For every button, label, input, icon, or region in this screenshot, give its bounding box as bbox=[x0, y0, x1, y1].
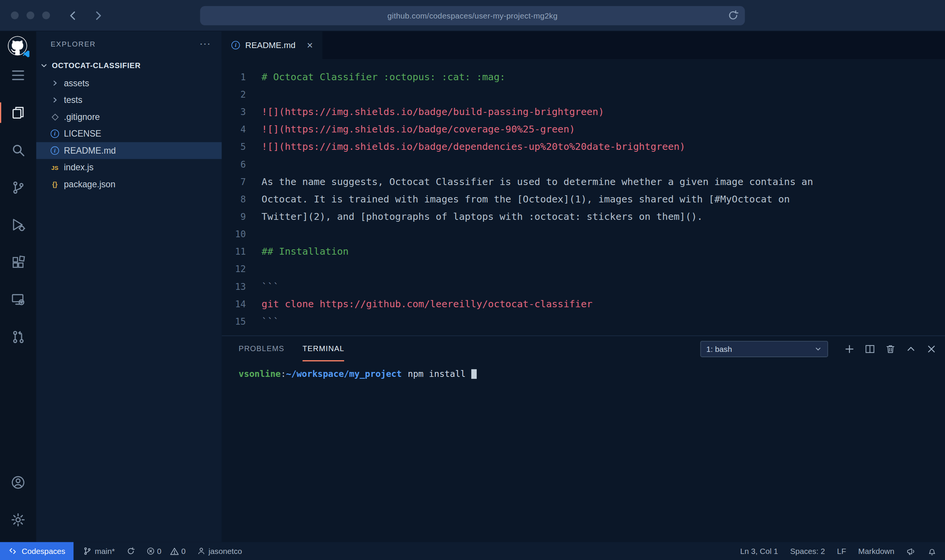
cursor-position[interactable]: Ln 3, Col 1 bbox=[740, 547, 778, 556]
line-text: ``` bbox=[262, 281, 279, 292]
branch-indicator[interactable]: main* bbox=[83, 547, 115, 556]
code-line: 11 ## Installation bbox=[222, 243, 945, 260]
file-row[interactable]: LICENSE bbox=[36, 125, 222, 142]
git-branch-icon bbox=[11, 180, 25, 194]
editor-region: README.md × 1 # Octocat Classifier :octo… bbox=[222, 31, 945, 542]
explorer-overflow-menu[interactable]: ··· bbox=[200, 41, 211, 47]
feedback-button[interactable] bbox=[906, 547, 915, 556]
kill-terminal-button[interactable] bbox=[885, 344, 895, 354]
extensions-icon bbox=[11, 255, 25, 269]
file-row[interactable]: index.js bbox=[36, 159, 222, 176]
close-panel-button[interactable] bbox=[926, 344, 937, 354]
js-file-icon bbox=[51, 163, 59, 172]
tab-readme[interactable]: README.md × bbox=[222, 31, 323, 59]
screenshot-root: github.com/codespaces/user-my-project-mg… bbox=[0, 0, 945, 560]
file-row[interactable]: .gitignore bbox=[36, 109, 222, 126]
maximize-panel-button[interactable] bbox=[906, 344, 916, 354]
file-name: index.js bbox=[64, 163, 94, 172]
sync-button[interactable] bbox=[126, 547, 135, 555]
terminal[interactable]: vsonline:~/workspace/my_projectnpm insta… bbox=[222, 361, 945, 542]
file-row[interactable]: README.md bbox=[36, 142, 222, 159]
panel-header: PROBLEMS TERMINAL 1: bash bbox=[222, 336, 945, 361]
sidebar-item-search[interactable] bbox=[0, 131, 36, 169]
language-mode[interactable]: Markdown bbox=[858, 547, 894, 556]
file-name: .gitignore bbox=[64, 112, 100, 121]
file-row[interactable]: assets bbox=[36, 75, 222, 92]
trash-icon bbox=[885, 344, 895, 354]
settings-button[interactable] bbox=[0, 501, 36, 538]
back-button[interactable] bbox=[67, 9, 79, 22]
split-terminal-button[interactable] bbox=[865, 344, 875, 354]
error-icon bbox=[146, 547, 154, 555]
line-number: 15 bbox=[222, 316, 246, 327]
zoom-window-button[interactable] bbox=[42, 11, 50, 19]
line-text: ``` bbox=[262, 316, 279, 327]
code-line: 4 ![](https://img.shields.io/badge/cover… bbox=[222, 120, 945, 138]
sidebar-item-explorer[interactable] bbox=[0, 94, 36, 131]
code-editor[interactable]: 1 # Octocat Classifier :octopus: :cat: :… bbox=[222, 59, 945, 336]
sidebar-item-extensions[interactable] bbox=[0, 243, 36, 281]
github-codespaces-logo[interactable] bbox=[8, 36, 28, 57]
terminal-path: ~/workspace/my_project bbox=[286, 369, 402, 379]
status-bar: Codespaces main* 0 0 jasonetco L bbox=[0, 542, 945, 560]
project-root-row[interactable]: OCTOCAT-CLASSIFIER bbox=[36, 57, 222, 75]
megaphone-icon bbox=[906, 547, 915, 556]
codespaces-label: Codespaces bbox=[22, 547, 65, 556]
url-bar[interactable]: github.com/codespaces/user-my-project-mg… bbox=[200, 6, 745, 25]
editor-tab-bar: README.md × bbox=[222, 31, 945, 59]
branch-name: main* bbox=[95, 547, 115, 556]
git-branch-icon bbox=[83, 547, 92, 555]
terminal-picker[interactable]: 1: bash bbox=[700, 341, 828, 357]
sidebar-item-pull-requests[interactable] bbox=[0, 318, 36, 355]
tab-close-icon[interactable]: × bbox=[307, 40, 313, 50]
search-icon bbox=[11, 143, 25, 157]
eol-setting[interactable]: LF bbox=[837, 547, 846, 556]
sidebar-item-source-control[interactable] bbox=[0, 169, 36, 206]
minimize-window-button[interactable] bbox=[27, 11, 34, 19]
code-line: 8 Octocat. It is trained with images fro… bbox=[222, 190, 945, 208]
file-row[interactable]: package.json bbox=[36, 176, 222, 193]
code-line: 7 As the name suggests, Octocat Classifi… bbox=[222, 173, 945, 190]
terminal-command: npm install bbox=[408, 369, 466, 379]
close-window-button[interactable] bbox=[11, 11, 19, 19]
code-line: 9 Twitter](2), and [photographs of lapto… bbox=[222, 208, 945, 225]
problems-indicator[interactable]: 0 0 bbox=[146, 547, 186, 556]
code-line: 14 git clone https://github.com/leereill… bbox=[222, 295, 945, 313]
sidebar-item-run-debug[interactable] bbox=[0, 206, 36, 243]
terminal-separator: : bbox=[281, 369, 286, 379]
line-text: Twitter](2), and [photographs of laptops… bbox=[262, 211, 703, 222]
user-indicator[interactable]: jasonetco bbox=[197, 547, 242, 556]
split-icon bbox=[865, 344, 875, 354]
account-button[interactable] bbox=[0, 464, 36, 501]
line-number: 5 bbox=[222, 141, 246, 152]
account-icon bbox=[11, 475, 25, 490]
warning-count: 0 bbox=[181, 547, 186, 556]
file-name: tests bbox=[64, 95, 83, 105]
sidebar-item-remote-explorer[interactable] bbox=[0, 281, 36, 318]
file-row[interactable]: tests bbox=[36, 92, 222, 109]
indentation-setting[interactable]: Spaces: 2 bbox=[790, 547, 825, 556]
refresh-icon[interactable] bbox=[727, 9, 739, 21]
notifications-button[interactable] bbox=[928, 547, 937, 556]
codespaces-status-button[interactable]: Codespaces bbox=[0, 542, 74, 560]
menu-icon[interactable] bbox=[0, 57, 36, 94]
terminal-user: vsonline bbox=[239, 369, 281, 379]
window-controls bbox=[11, 11, 50, 19]
line-text: git clone https://github.com/leereilly/o… bbox=[262, 298, 593, 310]
plus-icon bbox=[844, 344, 855, 354]
remote-explorer-icon bbox=[11, 292, 25, 306]
chevron-down-icon bbox=[40, 61, 48, 70]
terminal-cursor bbox=[471, 369, 476, 379]
code-line: 6 bbox=[222, 156, 945, 173]
tab-terminal[interactable]: TERMINAL bbox=[303, 336, 345, 361]
new-terminal-button[interactable] bbox=[844, 344, 855, 354]
line-number: 3 bbox=[222, 106, 246, 117]
code-line: 15 ``` bbox=[222, 313, 945, 330]
info-file-icon bbox=[51, 129, 59, 138]
forward-button[interactable] bbox=[92, 9, 104, 22]
line-number: 11 bbox=[222, 246, 246, 257]
tab-problems[interactable]: PROBLEMS bbox=[239, 336, 284, 361]
git-file-icon bbox=[51, 112, 59, 121]
warning-icon bbox=[170, 547, 179, 556]
code-line: 5 ![](https://img.shields.io/badge/depen… bbox=[222, 138, 945, 156]
